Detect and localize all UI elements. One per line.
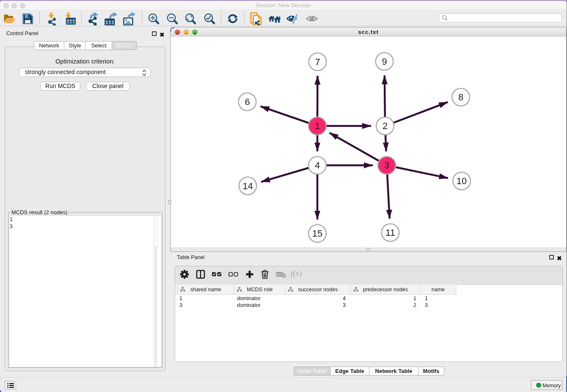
svg-text:8: 8 — [458, 92, 463, 102]
svg-text:2: 2 — [383, 121, 388, 131]
svg-text:9: 9 — [382, 56, 387, 67]
svg-text:14: 14 — [242, 181, 253, 191]
svg-text:11: 11 — [385, 227, 395, 238]
svg-text:10: 10 — [457, 176, 467, 186]
svg-text:1: 1 — [315, 121, 320, 131]
svg-text:6: 6 — [245, 97, 250, 107]
svg-text:4: 4 — [315, 160, 320, 171]
svg-text:7: 7 — [315, 57, 320, 67]
svg-text:3: 3 — [384, 160, 389, 171]
svg-text:15: 15 — [312, 228, 322, 239]
